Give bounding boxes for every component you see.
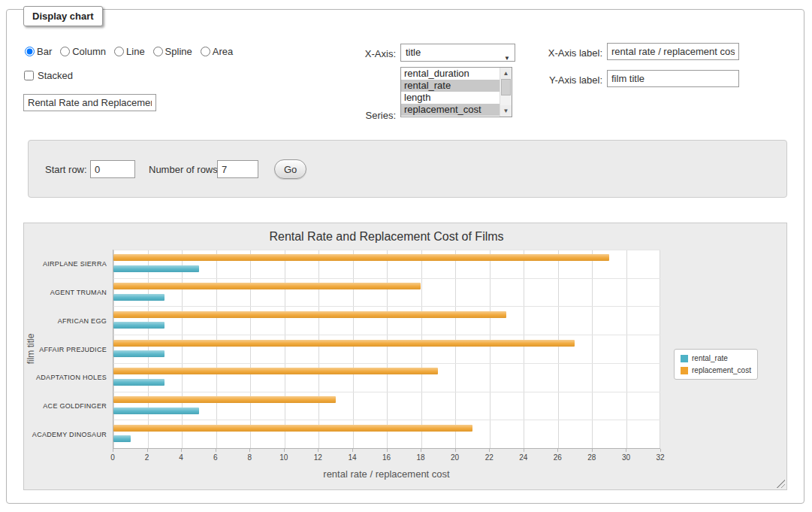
rows-fieldset: Start row: Number of rows: Go [28,140,787,198]
chart-type-radio-line[interactable] [114,47,124,56]
tick-mark [113,449,113,452]
chart-type-radio-bar[interactable] [25,47,35,56]
tick-mark [421,449,421,452]
number-of-rows-label: Number of rows: [149,164,220,175]
chart-type-radio-area[interactable] [201,47,210,56]
bar-replacement_cost [113,340,575,347]
category-label: ACADEMY DINOSAUR [32,431,107,438]
go-button[interactable]: Go [274,159,306,179]
legend-item-replacement_cost[interactable]: replacement_cost [681,366,751,374]
series-option-rental_rate[interactable]: rental_rate [401,80,512,92]
chart-type-option-bar[interactable]: Bar [25,46,52,57]
start-row-input[interactable] [90,160,135,178]
tick-mark [455,449,456,452]
category-label: AGENT TRUMAN [50,289,107,296]
tick-mark [489,449,490,452]
chart-type-radios: BarColumnLineSplineArea [25,46,233,57]
x-tick-label: 22 [485,453,494,462]
category-label: AIRPLANE SIERRA [43,260,107,268]
series-scrollbar[interactable]: ▲ ▼ [500,68,512,117]
dropdown-caret-icon: ▼ [504,50,510,67]
bar-replacement_cost [113,283,421,289]
chart-type-label-spline: Spline [165,46,192,57]
bars [113,250,660,448]
x-tick-label: 6 [213,453,218,462]
bar-rental_rate [113,294,165,301]
number-of-rows-input[interactable] [217,160,258,178]
x-axis-select-label: X-Axis: [337,48,396,59]
chart-title-input[interactable] [23,94,156,111]
legend-swatch-icon [681,355,688,362]
x-tick-label: 28 [587,453,596,462]
tick-mark [284,449,285,452]
bar-replacement_cost [113,368,438,374]
x-tick-label: 26 [554,453,562,462]
x-tick-label: 16 [382,453,391,462]
bar-replacement_cost [113,396,336,403]
x-axis-label-label: X-Axis label: [524,47,602,59]
x-tick-label: 8 [247,453,252,462]
chart-type-label-column: Column [72,46,106,57]
bar-replacement_cost [113,425,472,432]
tick-mark [352,449,353,452]
chart-type-radio-spline[interactable] [153,47,163,56]
series-option-length[interactable]: length [401,92,512,104]
x-tick-label: 10 [279,453,288,462]
scroll-down-icon[interactable]: ▼ [500,105,512,117]
chart-type-label-area: Area [213,46,233,57]
chart-title: Rental Rate and Replacement Cost of Film… [113,230,660,244]
chart-type-label-bar: Bar [37,46,52,57]
x-tick-label: 30 [622,453,630,462]
bar-rental_rate [113,350,165,357]
chart-type-option-column[interactable]: Column [60,46,106,57]
scrollbar-thumb[interactable] [501,79,511,95]
series-option-replacement_cost[interactable]: replacement_cost [401,104,512,116]
x-axis-select[interactable]: title ▼ [400,44,515,62]
tick-mark [249,449,250,452]
x-tick-label: 20 [451,453,459,462]
bar-rental_rate [113,435,131,442]
tick-mark [387,449,388,452]
tick-mark [524,449,524,452]
bar-rental_rate [113,322,165,329]
tick-mark [626,449,626,452]
category-label: AFRICAN EGG [58,317,107,325]
stacked-option[interactable]: Stacked [24,70,73,81]
legend-label: rental_rate [692,354,728,362]
chart-panel: Rental Rate and Replacement Cost of Film… [23,223,787,490]
tick-mark [557,449,558,452]
legend-swatch-icon [681,367,688,374]
display-chart-fieldset: Display chart BarColumnLineSplineArea St… [6,9,804,504]
x-tick-labels: 02468101214161820222426283032 [113,449,660,465]
x-tick-label: 14 [348,453,356,462]
chart-type-radio-column[interactable] [60,47,70,56]
category-label: ACE GOLDFINGER [43,402,107,410]
category-label: ADAPTATION HOLES [36,374,107,381]
display-chart-legend: Display chart [23,6,103,26]
series-listbox[interactable]: rental_durationrental_ratelengthreplacem… [400,67,512,117]
x-tick-label: 18 [417,453,425,462]
chart-type-option-line[interactable]: Line [114,46,145,57]
tick-mark [660,449,661,452]
chart-type-label-line: Line [126,46,145,57]
y-axis-label-input[interactable] [607,70,739,87]
legend-item-rental_rate[interactable]: rental_rate [681,354,751,362]
series-list-label: Series: [337,110,396,121]
bar-rental_rate [113,407,199,414]
legend-label: replacement_cost [692,366,751,374]
chart-type-option-spline[interactable]: Spline [153,46,192,57]
stacked-checkbox[interactable] [24,71,34,80]
tick-mark [181,449,182,452]
bar-replacement_cost [113,311,506,318]
category-labels: AIRPLANE SIERRAAGENT TRUMANAFRICAN EGGAF… [24,250,107,449]
series-option-rental_duration[interactable]: rental_duration [401,68,512,80]
tick-mark [592,449,593,452]
resize-handle-icon[interactable] [776,479,785,488]
category-label: AFFAIR PREJUDICE [39,346,107,353]
tick-mark [147,449,148,452]
x-axis-label-input[interactable] [607,43,739,60]
bar-replacement_cost [113,254,609,261]
scroll-up-icon[interactable]: ▲ [500,68,512,79]
chart-type-option-area[interactable]: Area [201,46,233,57]
chart-legend: rental_ratereplacement_cost [674,349,758,380]
